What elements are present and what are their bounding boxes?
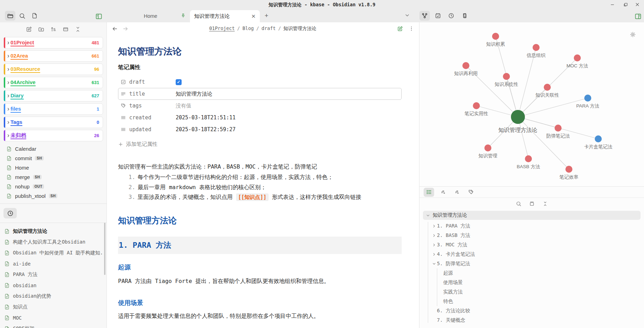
graph-node-知识关联性[interactable]: [544, 84, 551, 91]
inline-title[interactable]: 知识管理方法论: [118, 45, 402, 58]
folder-item-Diary[interactable]: Diary627: [3, 90, 103, 102]
tab-active[interactable]: 知识管理方法论 ✕: [190, 10, 260, 22]
chevron-down-icon[interactable]: [431, 262, 437, 266]
edit-mode-icon[interactable]: [397, 26, 403, 32]
property-value[interactable]: 没有值: [176, 103, 191, 109]
property-row-title[interactable]: title知识管理方法论: [118, 88, 402, 100]
graph-node-知识系统性[interactable]: [503, 73, 510, 80]
outline-item[interactable]: 6. 方法论比较: [423, 306, 641, 315]
restore-button[interactable]: [621, 1, 630, 8]
property-row-draft[interactable]: draft✓: [118, 76, 402, 88]
sort-order-icon[interactable]: [50, 26, 57, 32]
file-item-commit[interactable]: commitSH: [6, 154, 107, 163]
outline-item[interactable]: 3. MOC 方法: [423, 240, 641, 249]
property-row-created[interactable]: created2025-03-18T21:51:11: [118, 112, 402, 124]
outline-root-item[interactable]: 知识管理方法论: [423, 211, 641, 220]
graph-node-笔记实用性[interactable]: [473, 102, 480, 109]
outline-item[interactable]: 起源: [423, 268, 641, 278]
new-folder-icon[interactable]: [38, 26, 44, 32]
folder-item-04Archive[interactable]: 04Archive631: [3, 77, 103, 88]
more-options-icon[interactable]: [409, 26, 414, 31]
files-ribbon-icon[interactable]: [5, 11, 15, 21]
breadcrumb-segment[interactable]: draft: [262, 25, 276, 31]
graph-node-BASB 方法[interactable]: [525, 155, 532, 162]
calendar-tab-icon[interactable]: [433, 11, 443, 21]
breadcrumb-segment[interactable]: 知识管理方法论: [284, 25, 317, 31]
tab-close-icon[interactable]: ✕: [251, 13, 256, 20]
close-button[interactable]: [633, 1, 642, 8]
property-value[interactable]: 2025-03-18T22:59:27: [176, 126, 236, 133]
outline-item[interactable]: 4. 卡片盒笔记法: [423, 249, 641, 259]
incoming-links-icon[interactable]: [452, 188, 462, 197]
folder-item-02Area[interactable]: 02Area661: [3, 50, 103, 62]
outline-item[interactable]: 使用场景: [423, 278, 641, 287]
collapse-all-icon[interactable]: [75, 26, 81, 32]
graph-node-知识积累[interactable]: [492, 33, 499, 40]
property-key[interactable]: draft: [118, 79, 176, 85]
recent-file-item[interactable]: obsidian: [4, 280, 107, 291]
folder-item-files[interactable]: files1: [3, 103, 103, 115]
graph-settings-gear-icon[interactable]: [630, 31, 636, 38]
chevron-right-icon[interactable]: [6, 81, 10, 85]
chevron-right-icon[interactable]: [6, 41, 10, 45]
recent-file-item[interactable]: Obsidian 中如何使用 AI 助手构建知...: [4, 247, 107, 258]
chevron-right-icon[interactable]: [6, 134, 10, 138]
recent-file-item[interactable]: CODE框架: [4, 323, 107, 328]
graph-view-tab-icon[interactable]: [419, 11, 430, 21]
search-ribbon-icon[interactable]: [17, 11, 27, 21]
chevron-right-icon[interactable]: [6, 120, 10, 125]
tab-list-chevron-icon[interactable]: [404, 13, 410, 18]
outline-expand-icon[interactable]: [529, 201, 535, 207]
heading-3-origin[interactable]: 起源: [118, 263, 402, 271]
graph-node-信息组织[interactable]: [533, 44, 540, 51]
chevron-right-icon[interactable]: [6, 107, 10, 111]
outline-search-icon[interactable]: [516, 201, 521, 207]
property-key[interactable]: created: [118, 114, 176, 121]
graph-node-知识管理方法论[interactable]: [511, 110, 525, 124]
scrollbar[interactable]: [104, 223, 105, 275]
breadcrumb[interactable]: 01Project/Blog/draft/知识管理方法论: [129, 25, 397, 32]
outline-item[interactable]: 2. BASB 方法: [423, 231, 641, 240]
recent-file-item[interactable]: obsidian的优势: [4, 291, 107, 301]
clock-tab-icon[interactable]: [446, 11, 456, 21]
flashcards-tab-icon[interactable]: [459, 11, 470, 21]
graph-node-卡片盒笔记法[interactable]: [595, 135, 602, 142]
local-graph-view[interactable]: 知识积累信息组织MOC 方法知识再利用知识系统性知识关联性PARA 方法笔记实用…: [419, 22, 644, 186]
property-value[interactable]: 知识管理方法论: [176, 91, 212, 97]
recent-file-item[interactable]: ai-ide: [4, 258, 107, 269]
folder-item-未归档[interactable]: 未归档26: [3, 130, 103, 141]
property-row-tags[interactable]: tags没有值: [118, 100, 402, 112]
chevron-right-icon[interactable]: [431, 224, 437, 228]
chevron-right-icon[interactable]: [431, 233, 437, 238]
chevron-right-icon[interactable]: [6, 54, 10, 58]
recent-file-item[interactable]: MOC: [4, 312, 107, 323]
file-item-Calendar[interactable]: Calendar: [6, 144, 107, 154]
breadcrumb-segment[interactable]: 01Project: [209, 25, 235, 31]
recent-files-clock-icon[interactable]: [3, 208, 17, 218]
chevron-right-icon[interactable]: [431, 243, 437, 247]
graph-canvas[interactable]: 知识积累信息组织MOC 方法知识再利用知识系统性知识关联性PARA 方法笔记实用…: [419, 22, 644, 186]
heading-3-usage[interactable]: 使用场景: [118, 299, 402, 307]
outline-item[interactable]: 5. 防弹笔记法: [423, 259, 641, 268]
outline-item[interactable]: 实践方法: [423, 287, 641, 297]
graph-node-MOC 方法[interactable]: [574, 54, 581, 61]
graph-node-防弹笔记法[interactable]: [555, 125, 562, 132]
property-value[interactable]: 2025-03-18T21:51:11: [176, 114, 236, 121]
recent-file-item[interactable]: PARA 方法: [4, 269, 107, 280]
breadcrumb-segment[interactable]: Blog: [242, 25, 254, 31]
chevron-right-icon[interactable]: [6, 94, 10, 98]
draft-checkbox[interactable]: ✓: [176, 79, 182, 85]
heading-2[interactable]: 1. PARA 方法: [119, 240, 401, 251]
left-sidebar-toggle-icon[interactable]: [94, 12, 104, 21]
folder-item-01Project[interactable]: 01Project481: [3, 37, 103, 49]
graph-node-笔记效率[interactable]: [565, 166, 572, 173]
chevron-right-icon[interactable]: [6, 67, 10, 72]
heading-1[interactable]: 知识管理方法论: [118, 215, 402, 226]
outline-item[interactable]: 1. PARA 方法: [423, 221, 641, 231]
folder-item-Tags[interactable]: Tags0: [3, 117, 103, 128]
new-file-ribbon-icon[interactable]: [29, 11, 40, 21]
right-sidebar-toggle-icon[interactable]: [633, 12, 643, 21]
card-layout-icon[interactable]: [63, 26, 69, 32]
tags-icon[interactable]: [466, 188, 476, 197]
property-key[interactable]: updated: [118, 126, 176, 133]
